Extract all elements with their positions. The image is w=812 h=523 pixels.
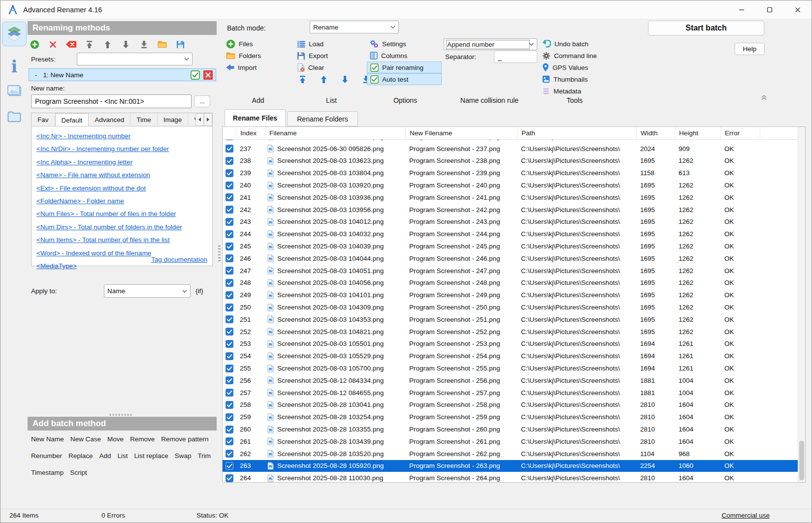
thumbnails-button[interactable]: Thumbnails (542, 73, 588, 85)
browse-tags-button[interactable]: ... (194, 95, 210, 107)
table-row[interactable]: 249Screenshot 2025-08-03 104101.pngProgr… (223, 289, 798, 301)
row-checkbox[interactable] (223, 401, 236, 409)
export-button[interactable]: Export (297, 50, 328, 62)
row-checkbox[interactable] (223, 315, 236, 323)
minimize-button[interactable] (727, 0, 755, 19)
table-row[interactable]: 238Screenshot 2025-08-03 103623.pngProgr… (223, 155, 798, 167)
row-checkbox[interactable] (223, 462, 236, 470)
tab-scroll-left-button[interactable] (195, 113, 204, 126)
table-row[interactable]: 242Screenshot 2025-08-03 103956.pngProgr… (223, 204, 798, 216)
tag-link[interactable]: <Num Files> - Total number of files in t… (36, 208, 207, 220)
batch-method-remove[interactable]: Remove (130, 435, 155, 443)
table-row[interactable]: 254Screenshot 2025-08-03 105529.pngProgr… (223, 350, 798, 362)
table-header-width[interactable]: Width (636, 127, 675, 139)
row-checkbox[interactable] (223, 193, 236, 201)
vertical-scrollbar[interactable] (798, 127, 805, 482)
batch-method-new-name[interactable]: New Name (31, 435, 64, 443)
row-checkbox[interactable] (223, 340, 236, 348)
load-button[interactable]: Load (297, 38, 324, 50)
row-checkbox[interactable] (223, 267, 236, 275)
rail-folder[interactable] (2, 104, 27, 129)
remove-all-methods-button[interactable] (65, 39, 76, 50)
row-checkbox[interactable] (223, 365, 236, 372)
table-row[interactable]: 240Screenshot 2025-08-03 103920.pngProgr… (223, 179, 798, 191)
batch-method-list[interactable]: List (118, 452, 128, 460)
vertical-splitter[interactable] (218, 246, 221, 263)
start-batch-button[interactable]: Start batch (648, 21, 764, 35)
rail-image[interactable] (2, 78, 27, 102)
row-checkbox[interactable] (223, 140, 236, 140)
tag-link[interactable]: <Num Items> - Total number of files in t… (36, 234, 207, 246)
batch-method-replace[interactable]: Replace (68, 452, 93, 460)
commercial-use-link[interactable]: Commercial use (721, 512, 770, 519)
command-line-button[interactable]: Command line (542, 50, 597, 62)
tag-tab-time[interactable]: Time (130, 113, 158, 126)
row-checkbox[interactable] (223, 145, 236, 153)
tag-link[interactable]: <FolderName> - Folder name (36, 195, 207, 208)
table-row[interactable]: 258Screenshot 2025-08-28 103041.pngProgr… (223, 399, 798, 411)
columns-button[interactable]: Columns (370, 50, 407, 62)
auto-test-toggle[interactable]: Auto test (367, 73, 442, 85)
table-row[interactable]: 246Screenshot 2025-08-03 104044.pngProgr… (223, 252, 798, 265)
open-preset-button[interactable] (157, 39, 167, 50)
tag-link[interactable]: <Inc NrDir> - Incrementing number per fo… (36, 143, 207, 155)
row-checkbox[interactable] (223, 376, 236, 384)
batch-method-new-case[interactable]: New Case (70, 435, 101, 443)
batch-method-renumber[interactable]: Renumber (31, 452, 62, 460)
tab-rename-folders[interactable]: Rename Folders (287, 111, 358, 126)
gps-values-button[interactable]: GPS Values (542, 62, 588, 73)
table-row[interactable]: 244Screenshot 2025-08-03 104032.pngProgr… (223, 228, 798, 240)
settings-button[interactable]: Settings (370, 38, 406, 50)
tag-link[interactable]: <Inc Alpha> - Incrementing letter (36, 156, 207, 169)
batch-method-script[interactable]: Script (70, 469, 87, 476)
rail-info[interactable]: i (2, 54, 27, 79)
apply-to-combo[interactable]: Name (104, 284, 191, 298)
row-checkbox[interactable] (223, 328, 236, 336)
batch-method-add[interactable]: Add (99, 452, 111, 460)
if-button[interactable]: {if} (195, 287, 203, 295)
tag-tab-advanced[interactable]: Advanced (89, 113, 130, 126)
table-row[interactable]: 241Screenshot 2025-08-03 103936.pngProgr… (223, 191, 798, 204)
batch-method-list-replace[interactable]: List replace (134, 452, 168, 460)
batch-mode-combo[interactable]: Rename (310, 21, 399, 33)
add-method-button[interactable] (29, 39, 40, 50)
move-file-down-button[interactable] (339, 74, 350, 85)
table-row[interactable]: 237Screenshot 2025-06-30 095826.pngProgr… (223, 143, 798, 155)
method-item-new-name[interactable]: - 1: New Name (29, 68, 216, 81)
undo-batch-button[interactable]: Undo batch (542, 38, 588, 50)
table-row[interactable]: 239Screenshot 2025-08-03 103804.pngProgr… (223, 167, 798, 179)
table-row[interactable]: 263Screenshot 2025-08-28 105920.pngProgr… (223, 460, 798, 472)
save-preset-button[interactable] (175, 39, 186, 50)
row-checkbox[interactable] (223, 304, 236, 311)
table-row[interactable]: 260Screenshot 2025-08-28 103355.pngProgr… (223, 423, 798, 435)
presets-combo[interactable] (77, 53, 193, 65)
table-row[interactable]: 250Screenshot 2025-08-03 104309.pngProgr… (223, 301, 798, 313)
tab-scroll-right-button[interactable] (204, 113, 212, 126)
tag-link[interactable]: <Ext> - File extension without the dot (36, 182, 207, 195)
table-row[interactable]: 247Screenshot 2025-08-03 104051.pngProgr… (223, 265, 798, 277)
row-checkbox[interactable] (223, 474, 236, 482)
row-checkbox[interactable] (223, 169, 236, 177)
scrollbar-thumb[interactable] (799, 441, 804, 480)
row-checkbox[interactable] (223, 437, 236, 445)
tab-rename-files[interactable]: Rename Files (225, 109, 286, 126)
method-delete-button[interactable] (203, 70, 213, 80)
tag-documentation-link[interactable]: Tag documentation (151, 256, 207, 263)
close-button[interactable] (783, 0, 812, 19)
batch-method-trim[interactable]: Trim (197, 452, 211, 460)
table-row[interactable]: 264Screenshot 2025-08-28 110030.pngProgr… (223, 472, 798, 482)
table-row[interactable]: 262Screenshot 2025-08-28 103520.pngProgr… (223, 448, 798, 460)
table-row[interactable]: 261Screenshot 2025-08-28 103439.pngProgr… (223, 435, 798, 448)
table-header-path[interactable]: Path (517, 127, 636, 139)
batch-method-timestamp[interactable]: Timestamp (31, 469, 64, 476)
clear-button[interactable]: Clear (297, 62, 324, 73)
tag-tab-image[interactable]: Image (158, 113, 189, 126)
files-button[interactable]: Files (226, 38, 253, 50)
row-checkbox[interactable] (223, 426, 236, 433)
row-checkbox[interactable] (223, 243, 236, 250)
table-header-index[interactable]: Index (236, 127, 265, 139)
tag-link[interactable]: <Num Dirs> - Total number of folders in … (36, 221, 207, 234)
tag-tab-fav[interactable]: Fav (32, 113, 55, 126)
table-header-filename[interactable]: Filename (265, 127, 405, 139)
row-checkbox[interactable] (223, 218, 236, 226)
